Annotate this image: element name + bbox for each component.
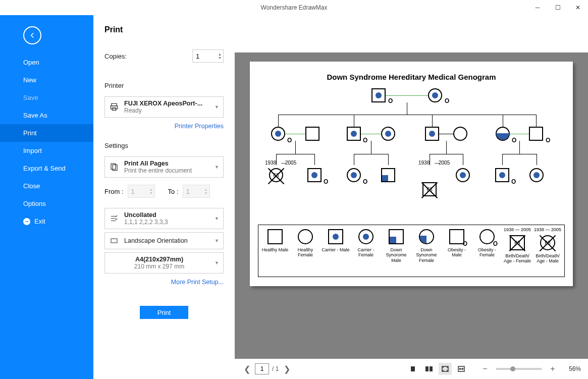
chevron-down-icon: ▼ <box>215 165 219 170</box>
sidebar-item-save[interactable]: Save <box>0 89 93 106</box>
svg-rect-6 <box>411 366 415 371</box>
view-fit-icon[interactable] <box>439 363 452 375</box>
maximize-button[interactable]: ☐ <box>548 0 568 15</box>
app-title: Wondershare EdrawMax <box>261 4 328 11</box>
zoom-value: 56% <box>561 365 581 372</box>
zoom-out-button[interactable]: − <box>480 364 490 374</box>
sidebar: Open New Save Save As Print Import Expor… <box>0 15 93 379</box>
collate-sub: 1,1,1 2,2,2 3,3,3 <box>124 219 209 226</box>
svg-rect-1 <box>111 106 118 109</box>
svg-rect-7 <box>425 366 429 371</box>
window-controls: ─ ☐ ✕ <box>527 0 588 15</box>
page-title: Print <box>104 25 224 34</box>
view-width-icon[interactable] <box>455 363 468 375</box>
copies-spinner[interactable]: 1 ▲▼ <box>192 49 224 63</box>
printer-icon <box>109 102 119 112</box>
printer-select[interactable]: FUJI XEROX ApeosPort-... Ready ▼ <box>104 96 224 118</box>
copies-row: Copies: 1 ▲▼ <box>104 49 224 63</box>
minimize-button[interactable]: ─ <box>527 0 548 15</box>
to-input: 1 ▲▼ <box>183 185 210 198</box>
titlebar: Wondershare EdrawMax ─ ☐ ✕ <box>0 0 588 15</box>
document-title: Down Syndrome Hereditary Medical Genogra… <box>258 73 565 81</box>
print-pages-title: Print All Pages <box>124 160 209 167</box>
from-label: From : <box>104 188 124 195</box>
page-number-input[interactable] <box>255 363 269 374</box>
svg-rect-5 <box>111 239 117 243</box>
chevron-down-icon: ▼ <box>215 216 219 221</box>
close-button[interactable]: ✕ <box>568 0 588 15</box>
orientation-icon <box>109 237 119 245</box>
printer-properties-link[interactable]: Printer Properties <box>104 123 224 130</box>
more-print-setup-link[interactable]: More Print Setup... <box>104 279 224 286</box>
spinner-arrows-icon[interactable]: ▲▼ <box>218 52 222 60</box>
view-single-page-icon[interactable] <box>406 363 419 375</box>
settings-section-label: Settings <box>104 142 224 149</box>
sidebar-item-new[interactable]: New <box>0 71 93 89</box>
sidebar-item-open[interactable]: Open <box>0 53 93 71</box>
svg-rect-0 <box>112 103 117 106</box>
printer-status: Ready <box>124 107 209 114</box>
arrow-left-icon <box>28 31 37 40</box>
orientation-select[interactable]: Landscape Orientation ▼ <box>104 232 224 249</box>
page-range-row: From : 1 ▲▼ To : 1 ▲▼ <box>104 185 224 198</box>
paper-title: A4(210x297mm) <box>109 256 209 263</box>
view-two-page-icon[interactable] <box>422 363 436 375</box>
spinner-arrows-icon: ▲▼ <box>149 188 153 195</box>
content: Print Copies: 1 ▲▼ Printer FUJI XEROX Ap… <box>93 15 588 379</box>
sidebar-item-print[interactable]: Print <box>0 124 93 142</box>
next-page-button[interactable]: ❯ <box>282 364 292 374</box>
zoom-in-button[interactable]: + <box>548 364 558 374</box>
page-total: / 1 <box>272 365 279 372</box>
sidebar-item-save-as[interactable]: Save As <box>0 106 93 124</box>
sidebar-item-close[interactable]: Close <box>0 177 93 195</box>
chevron-down-icon: ▼ <box>215 104 219 110</box>
print-pages-select[interactable]: Print All Pages Print the entire documen… <box>104 156 224 178</box>
sidebar-item-export-send[interactable]: Export & Send <box>0 159 93 177</box>
print-pages-sub: Print the entire document <box>124 167 209 174</box>
preview-page: Down Syndrome Hereditary Medical Genogra… <box>250 62 573 286</box>
exit-label: Exit <box>34 218 45 225</box>
preview-bottombar: ❮ / 1 ❯ − + 56% <box>235 359 588 379</box>
paper-select[interactable]: A4(210x297mm) 210 mm x 297 mm ▼ <box>104 252 224 274</box>
back-button[interactable] <box>23 26 41 44</box>
collate-icon <box>109 214 119 223</box>
from-input: 1 ▲▼ <box>128 185 155 198</box>
orientation-label: Landscape Orientation <box>124 237 209 244</box>
paper-sub: 210 mm x 297 mm <box>109 263 209 270</box>
sidebar-item-import[interactable]: Import <box>0 142 93 159</box>
exit-icon: − <box>23 218 30 225</box>
printer-name: FUJI XEROX ApeosPort-... <box>124 100 209 107</box>
preview-panel: Down Syndrome Hereditary Medical Genogra… <box>235 15 588 379</box>
collate-title: Uncollated <box>124 211 209 219</box>
main: Open New Save Save As Print Import Expor… <box>0 15 588 379</box>
sidebar-item-exit[interactable]: − Exit <box>0 212 93 230</box>
zoom-slider[interactable] <box>496 368 542 370</box>
prev-page-button[interactable]: ❮ <box>242 364 252 374</box>
to-label: To : <box>168 188 179 195</box>
chevron-down-icon: ▼ <box>215 260 219 265</box>
sidebar-item-options[interactable]: Options <box>0 195 93 212</box>
collate-select[interactable]: Uncollated 1,1,1 2,2,2 3,3,3 ▼ <box>104 208 224 229</box>
to-value: 1 <box>186 188 190 195</box>
preview-area: Down Syndrome Hereditary Medical Genogra… <box>235 52 588 359</box>
spinner-arrows-icon: ▲▼ <box>204 188 208 195</box>
copies-label: Copies: <box>104 52 127 60</box>
genogram-diagram: O O O <box>258 88 565 225</box>
form-panel: Print Copies: 1 ▲▼ Printer FUJI XEROX Ap… <box>93 15 235 379</box>
pages-icon <box>109 163 119 172</box>
print-button[interactable]: Print <box>140 306 188 319</box>
copies-value: 1 <box>196 52 199 60</box>
from-value: 1 <box>131 188 135 195</box>
svg-rect-8 <box>430 366 433 371</box>
legend: Healthy Male Healthy Female Carrier - Ma… <box>258 225 565 277</box>
chevron-down-icon: ▼ <box>215 238 219 243</box>
printer-section-label: Printer <box>104 82 224 89</box>
